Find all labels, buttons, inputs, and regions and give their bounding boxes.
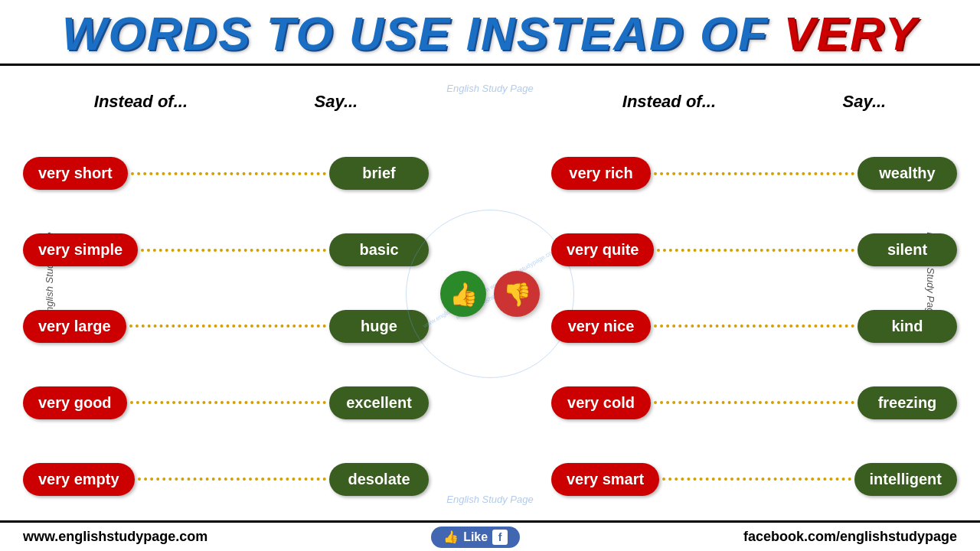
title-blue: WORDS TO USE INSTEAD OF	[62, 7, 783, 60]
watermark-text-top: English Study Page	[446, 83, 533, 94]
main-content: Instead of... Say... very short brief ve…	[0, 67, 980, 520]
left-pair-5: very empty desolate	[23, 463, 429, 496]
right-instead-4: very cold	[551, 386, 651, 419]
dotted-line-5	[138, 478, 326, 481]
facebook-icon: f	[492, 530, 508, 545]
right-say-1: wealthy	[858, 157, 957, 190]
right-pair-3: very nice kind	[551, 310, 957, 343]
left-panel: Instead of... Say... very short brief ve…	[23, 67, 429, 520]
right-dotted-line-1	[654, 172, 854, 175]
left-say-4: excellent	[329, 386, 429, 419]
like-button[interactable]: 👍 Like f	[431, 527, 520, 548]
left-instead-4: very good	[23, 386, 127, 419]
left-pair-1: very short brief	[23, 157, 429, 190]
title-red: VERY	[783, 7, 918, 60]
watermark-text-bottom: English Study Page	[446, 494, 533, 505]
dotted-line-1	[131, 172, 326, 175]
left-pair-4: very good excellent	[23, 386, 429, 419]
like-label: Like	[463, 530, 488, 544]
right-say-3: kind	[858, 310, 957, 343]
footer-right-url: facebook.com/englishstudypage	[743, 529, 957, 545]
right-col-headers: Instead of... Say...	[551, 92, 957, 112]
right-instead-3: very nice	[551, 310, 651, 343]
footer: www.englishstudypage.com 👍 Like f facebo…	[0, 520, 980, 551]
left-instead-2: very simple	[23, 233, 138, 266]
right-instead-1: very rich	[551, 157, 651, 190]
left-instead-5: very empty	[23, 463, 135, 496]
main-title: WORDS TO USE INSTEAD OF VERY	[62, 7, 918, 60]
left-say-5: desolate	[329, 463, 429, 496]
right-say-4: freezing	[858, 386, 957, 419]
left-col-headers: Instead of... Say...	[23, 92, 429, 112]
header: WORDS TO USE INSTEAD OF VERY	[0, 0, 980, 66]
left-instead-3: very large	[23, 310, 126, 343]
thumbs-down-icon: 👎	[494, 271, 540, 317]
left-pair-2: very simple basic	[23, 233, 429, 266]
left-say-1: brief	[329, 157, 429, 190]
dotted-line-2	[141, 249, 326, 252]
right-dotted-line-3	[654, 324, 854, 328]
right-instead-of-header: Instead of...	[622, 92, 716, 112]
dotted-line-3	[129, 324, 326, 328]
right-say-header: Say...	[843, 92, 887, 112]
center-area: www.englishstudypage.com www.englishstud…	[429, 67, 551, 520]
right-pair-2: very quite silent	[551, 233, 957, 266]
left-say-header: Say...	[315, 92, 358, 112]
left-instead-of-header: Instead of...	[94, 92, 188, 112]
footer-left-url: www.englishstudypage.com	[23, 529, 207, 545]
right-instead-2: very quite	[551, 233, 654, 266]
right-panel: Instead of... Say... very rich wealthy v…	[551, 67, 957, 520]
thumbs-up-footer-icon: 👍	[443, 530, 459, 544]
right-dotted-line-4	[654, 401, 854, 404]
right-dotted-line-5	[662, 478, 851, 481]
right-say-2: silent	[858, 233, 957, 266]
thumbs-container: 👍 👎	[440, 271, 540, 317]
right-dotted-line-2	[657, 249, 854, 252]
thumbs-up-icon: 👍	[440, 271, 486, 317]
left-pair-3: very large huge	[23, 310, 429, 343]
left-instead-1: very short	[23, 157, 128, 190]
right-pair-4: very cold freezing	[551, 386, 957, 419]
right-pair-1: very rich wealthy	[551, 157, 957, 190]
right-pair-5: very smart intelligent	[551, 463, 957, 496]
right-say-5: intelligent	[854, 463, 957, 496]
right-instead-5: very smart	[551, 463, 659, 496]
dotted-line-4	[130, 401, 326, 404]
